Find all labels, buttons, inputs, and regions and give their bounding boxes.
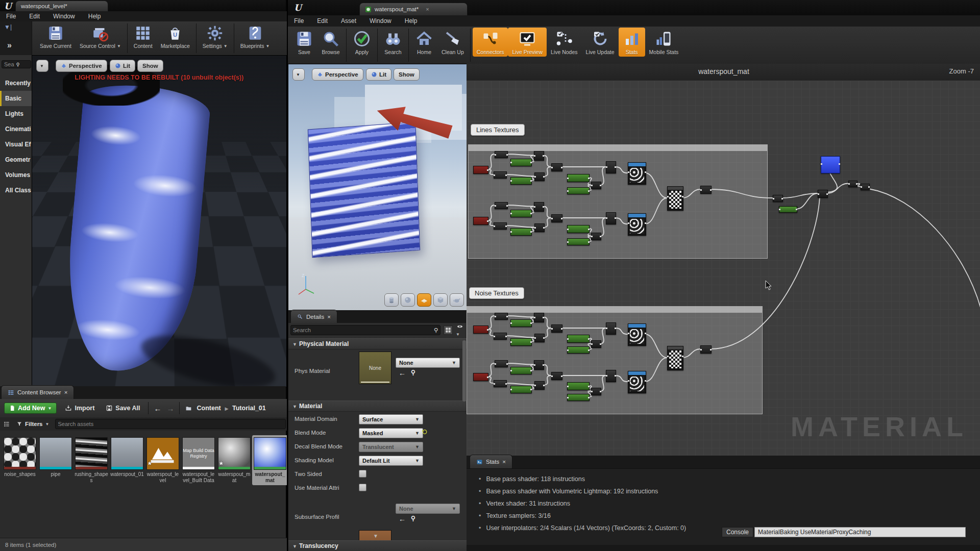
live-update-button[interactable]: Live Update [582, 28, 619, 57]
material-node-add[interactable] [606, 370, 616, 382]
connectors-button[interactable]: Connectors [473, 28, 508, 57]
menu-asset[interactable]: Asset [341, 17, 356, 24]
material-node-red[interactable] [473, 166, 488, 174]
browse-to-asset-icon[interactable]: ⚲ [411, 369, 415, 376]
display-filter-eye-icon[interactable]: ▼ [456, 323, 464, 337]
material-node-merge[interactable] [534, 360, 544, 370]
material-node-merge[interactable] [534, 334, 545, 342]
material-node-dark[interactable] [495, 313, 508, 320]
material-node-dark[interactable] [495, 151, 508, 158]
preview-lit-button[interactable]: Lit [366, 68, 391, 81]
save-current-button[interactable]: Save Current [36, 22, 76, 51]
console-input[interactable]: MaterialBaking UseMaterialProxyCaching [754, 527, 966, 537]
material-node-merge[interactable] [551, 372, 562, 380]
material-node-green[interactable] [567, 238, 590, 245]
material-node-out[interactable] [848, 181, 857, 187]
material-node-merge[interactable] [551, 214, 562, 222]
material-node-tex[interactable] [628, 213, 646, 236]
use-selected-arrow-icon[interactable]: ← [399, 515, 406, 523]
asset-tile-rushing-shapes[interactable]: rushing_shapes [74, 435, 109, 485]
asset-tile-waterspout-01[interactable]: waterspout_01 [109, 435, 145, 480]
material-node-out[interactable] [700, 186, 712, 194]
stats-button[interactable]: Stats [619, 28, 645, 57]
browse-button[interactable]: Browse [317, 28, 344, 57]
material-node-merge[interactable] [591, 388, 601, 395]
add-new-button[interactable]: Add New ▼ [4, 403, 57, 414]
property-matrix-icon[interactable] [444, 325, 453, 335]
material-node-green[interactable] [510, 338, 532, 346]
expand-panel-chevron[interactable]: » [7, 41, 12, 50]
use-selected-arrow-icon[interactable]: ← [399, 369, 406, 377]
blend-mode-dropdown[interactable]: Masked▼ [359, 428, 423, 438]
material-node-tex[interactable] [628, 323, 646, 346]
menu-window[interactable]: Window [370, 17, 391, 24]
breadcrumb-root[interactable]: Content [197, 405, 220, 412]
use-material-attributes-checkbox[interactable] [359, 484, 366, 491]
menu-window[interactable]: Window [53, 13, 75, 20]
sidebar-item-geometr[interactable]: Geometr [0, 152, 32, 167]
two-sided-checkbox[interactable] [359, 470, 366, 478]
material-section[interactable]: ▼Material [288, 400, 471, 412]
filters-button[interactable]: Filters ▼ [13, 419, 52, 429]
preview-shape-teapot-button[interactable] [450, 293, 464, 307]
material-node-green[interactable] [567, 174, 590, 182]
material-node-out[interactable] [700, 345, 712, 354]
sidebar-item-all-class[interactable]: All Class [0, 183, 32, 198]
viewport-perspective-button[interactable]: Perspective [56, 60, 107, 72]
material-node-merge[interactable] [551, 163, 562, 171]
material-node-big[interactable] [667, 186, 683, 211]
live-nodes-button[interactable]: Live Nodes [547, 28, 582, 57]
material-node-merge[interactable] [534, 313, 544, 322]
save-button[interactable]: Save [291, 28, 317, 57]
material-node-green[interactable] [567, 335, 590, 343]
asset-tile-noise-shapes[interactable]: noise_shapes [2, 435, 38, 480]
search-assets-input[interactable]: Search assets [55, 419, 286, 429]
back-button[interactable]: ← [154, 404, 161, 413]
material-node-green[interactable] [510, 159, 532, 166]
material-node-dark[interactable] [495, 360, 508, 367]
preview-show-button[interactable]: Show [394, 68, 420, 81]
sidebar-item-lights[interactable]: Lights [0, 106, 32, 121]
viewport-options-dropdown[interactable]: ▼ [36, 60, 48, 72]
material-node-green[interactable] [510, 177, 532, 185]
material-node-merge[interactable] [551, 324, 562, 333]
material-node-dark[interactable] [495, 202, 508, 209]
clean-up-button[interactable]: Clean Up [437, 28, 468, 57]
marketplace-button[interactable]: UMarketplace [157, 22, 194, 51]
material-node-green[interactable] [567, 187, 590, 194]
preview-shape-plane-button[interactable] [417, 293, 431, 307]
level-tab[interactable]: waterspout_level* [15, 1, 108, 11]
asset-tile-waterspout-level[interactable]: *waterspout_level [145, 435, 181, 485]
viewport-lit-button[interactable]: Lit [110, 60, 135, 72]
material-node-dark[interactable] [494, 171, 507, 179]
material-node-dark[interactable] [494, 222, 507, 230]
sidebar-item-basic[interactable]: Basic [0, 91, 32, 106]
preview-shape-cylinder-button[interactable] [384, 293, 399, 307]
live-preview-button[interactable]: Live Preview [508, 28, 547, 57]
save-all-button[interactable]: Save All [103, 403, 143, 413]
menu-edit[interactable]: Edit [317, 17, 328, 24]
material-domain-dropdown[interactable]: Surface▼ [359, 414, 423, 424]
material-node-out[interactable] [861, 184, 870, 190]
breadcrumb-current[interactable]: Tutorial_01 [232, 405, 266, 412]
menu-edit[interactable]: Edit [29, 13, 40, 20]
stats-tab[interactable]: Stats × [470, 455, 512, 468]
details-scrollbar[interactable] [462, 340, 466, 402]
menu-help[interactable]: Help [88, 13, 101, 20]
place-actors-search[interactable]: Sea ⚲ [2, 60, 31, 68]
sidebar-item-recently[interactable]: Recently [0, 76, 32, 91]
viewport-show-button[interactable]: Show [137, 60, 163, 72]
tab-close-icon[interactable]: × [327, 314, 331, 320]
sidebar-item-visual-ef[interactable]: Visual Ef [0, 137, 32, 152]
material-titlebar[interactable]: U waterspout_mat* × [288, 0, 980, 15]
material-node-merge[interactable] [534, 202, 544, 212]
menu-help[interactable]: Help [405, 17, 418, 24]
material-tab[interactable]: waterspout_mat* × [359, 3, 468, 15]
material-node-merge[interactable] [534, 172, 545, 181]
level-titlebar[interactable]: U waterspout_level* [0, 0, 286, 11]
material-preview-viewport[interactable]: ▼ Perspective Lit Show Z [288, 64, 468, 311]
sidebar-item-cinemati[interactable]: Cinemati [0, 121, 32, 137]
settings-button[interactable]: Settings▼ [199, 22, 232, 51]
blueprints-button[interactable]: Blueprints▼ [236, 22, 274, 51]
phys-material-dropdown[interactable]: None▼ [396, 358, 460, 368]
